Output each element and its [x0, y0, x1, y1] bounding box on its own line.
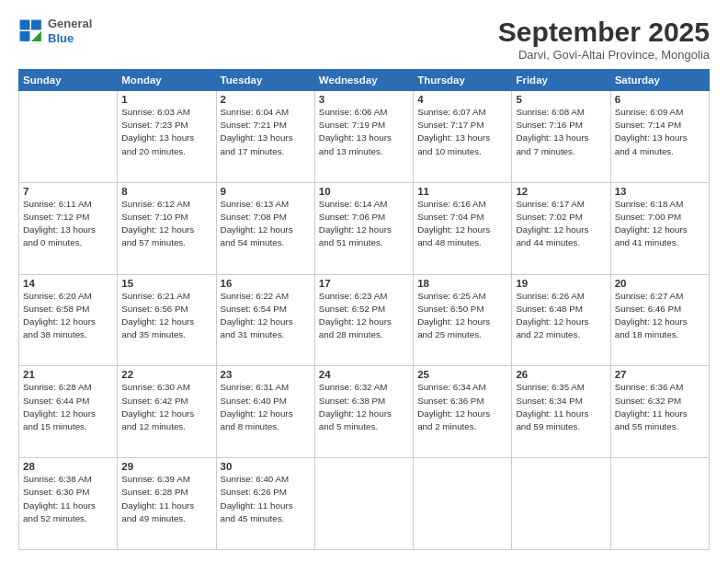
calendar-cell-w3-d1: 14Sunrise: 6:20 AM Sunset: 6:58 PM Dayli…	[19, 274, 118, 366]
calendar-cell-w4-d5: 25Sunrise: 6:34 AM Sunset: 6:36 PM Dayli…	[414, 366, 512, 458]
calendar-cell-w4-d7: 27Sunrise: 6:36 AM Sunset: 6:32 PM Dayli…	[610, 366, 709, 458]
cell-content-w2-d7: Sunrise: 6:18 AM Sunset: 7:00 PM Dayligh…	[615, 198, 705, 250]
logo-general-text: General	[48, 17, 92, 31]
calendar-cell-w3-d5: 18Sunrise: 6:25 AM Sunset: 6:50 PM Dayli…	[414, 274, 512, 366]
cell-content-w1-d6: Sunrise: 6:08 AM Sunset: 7:16 PM Dayligh…	[516, 106, 606, 158]
day-number-w2-d7: 13	[615, 186, 705, 197]
cell-content-w4-d1: Sunrise: 6:28 AM Sunset: 6:44 PM Dayligh…	[23, 381, 113, 433]
day-number-w3-d7: 20	[615, 278, 705, 289]
cell-content-w3-d6: Sunrise: 6:26 AM Sunset: 6:48 PM Dayligh…	[516, 290, 606, 342]
cell-content-w3-d7: Sunrise: 6:27 AM Sunset: 6:46 PM Dayligh…	[615, 290, 705, 342]
cell-content-w5-d2: Sunrise: 6:39 AM Sunset: 6:28 PM Dayligh…	[121, 473, 211, 525]
col-monday: Monday	[118, 70, 216, 91]
calendar-cell-w1-d2: 1Sunrise: 6:03 AM Sunset: 7:23 PM Daylig…	[118, 91, 216, 183]
cell-content-w3-d2: Sunrise: 6:21 AM Sunset: 6:56 PM Dayligh…	[121, 290, 211, 342]
cell-content-w1-d7: Sunrise: 6:09 AM Sunset: 7:14 PM Dayligh…	[615, 106, 705, 158]
cell-content-w3-d3: Sunrise: 6:22 AM Sunset: 6:54 PM Dayligh…	[221, 290, 311, 342]
page: General Blue September 2025 Darvi, Govi-…	[0, 0, 728, 563]
day-number-w5-d1: 28	[23, 461, 113, 472]
calendar-cell-w4-d6: 26Sunrise: 6:35 AM Sunset: 6:34 PM Dayli…	[512, 366, 610, 458]
calendar-cell-w5-d7	[610, 458, 709, 550]
calendar-cell-w1-d1	[19, 91, 118, 183]
calendar-cell-w1-d7: 6Sunrise: 6:09 AM Sunset: 7:14 PM Daylig…	[610, 91, 709, 183]
day-number-w2-d5: 11	[417, 186, 507, 197]
logo-text: General Blue	[48, 17, 92, 45]
calendar-cell-w2-d6: 12Sunrise: 6:17 AM Sunset: 7:02 PM Dayli…	[512, 182, 610, 274]
calendar-cell-w2-d5: 11Sunrise: 6:16 AM Sunset: 7:04 PM Dayli…	[414, 182, 512, 274]
day-number-w2-d1: 7	[23, 186, 113, 197]
day-number-w3-d5: 18	[417, 278, 507, 289]
cell-content-w5-d1: Sunrise: 6:38 AM Sunset: 6:30 PM Dayligh…	[23, 473, 113, 525]
cell-content-w1-d2: Sunrise: 6:03 AM Sunset: 7:23 PM Dayligh…	[121, 106, 211, 158]
cell-content-w3-d4: Sunrise: 6:23 AM Sunset: 6:52 PM Dayligh…	[319, 290, 409, 342]
calendar-cell-w4-d3: 23Sunrise: 6:31 AM Sunset: 6:40 PM Dayli…	[216, 366, 314, 458]
cell-content-w1-d4: Sunrise: 6:06 AM Sunset: 7:19 PM Dayligh…	[319, 106, 409, 158]
week-row-2: 7Sunrise: 6:11 AM Sunset: 7:12 PM Daylig…	[19, 182, 710, 274]
cell-content-w3-d1: Sunrise: 6:20 AM Sunset: 6:58 PM Dayligh…	[23, 290, 113, 342]
day-number-w1-d6: 5	[516, 94, 606, 105]
month-title: September 2025	[498, 17, 710, 48]
calendar-cell-w4-d4: 24Sunrise: 6:32 AM Sunset: 6:38 PM Dayli…	[314, 366, 413, 458]
day-number-w4-d4: 24	[319, 369, 409, 380]
cell-content-w2-d4: Sunrise: 6:14 AM Sunset: 7:06 PM Dayligh…	[319, 198, 409, 250]
cell-content-w1-d3: Sunrise: 6:04 AM Sunset: 7:21 PM Dayligh…	[221, 106, 311, 158]
col-wednesday: Wednesday	[314, 70, 413, 91]
cell-content-w4-d7: Sunrise: 6:36 AM Sunset: 6:32 PM Dayligh…	[615, 381, 705, 433]
location: Darvi, Govi-Altai Province, Mongolia	[498, 48, 710, 62]
calendar-cell-w2-d1: 7Sunrise: 6:11 AM Sunset: 7:12 PM Daylig…	[19, 182, 118, 274]
day-number-w3-d3: 16	[221, 278, 311, 289]
cell-content-w4-d2: Sunrise: 6:30 AM Sunset: 6:42 PM Dayligh…	[121, 381, 211, 433]
calendar-cell-w2-d7: 13Sunrise: 6:18 AM Sunset: 7:00 PM Dayli…	[610, 182, 709, 274]
calendar-cell-w5-d5	[414, 458, 512, 550]
day-number-w1-d5: 4	[417, 94, 507, 105]
cell-content-w3-d5: Sunrise: 6:25 AM Sunset: 6:50 PM Dayligh…	[417, 290, 507, 342]
week-row-4: 21Sunrise: 6:28 AM Sunset: 6:44 PM Dayli…	[19, 366, 710, 458]
day-number-w1-d3: 2	[221, 94, 311, 105]
logo-blue-text: Blue	[48, 31, 92, 46]
calendar-cell-w2-d2: 8Sunrise: 6:12 AM Sunset: 7:10 PM Daylig…	[118, 182, 216, 274]
cell-content-w5-d3: Sunrise: 6:40 AM Sunset: 6:26 PM Dayligh…	[221, 473, 311, 525]
calendar-cell-w5-d1: 28Sunrise: 6:38 AM Sunset: 6:30 PM Dayli…	[19, 458, 118, 550]
calendar-header-row: Sunday Monday Tuesday Wednesday Thursday…	[19, 70, 710, 91]
day-number-w3-d1: 14	[23, 278, 113, 289]
calendar-cell-w5-d6	[512, 458, 610, 550]
day-number-w2-d4: 10	[319, 186, 409, 197]
svg-rect-1	[20, 19, 30, 29]
title-block: September 2025 Darvi, Govi-Altai Provinc…	[498, 17, 710, 62]
day-number-w3-d4: 17	[319, 278, 409, 289]
col-friday: Friday	[512, 70, 610, 91]
calendar-cell-w1-d5: 4Sunrise: 6:07 AM Sunset: 7:17 PM Daylig…	[414, 91, 512, 183]
calendar-cell-w2-d3: 9Sunrise: 6:13 AM Sunset: 7:08 PM Daylig…	[216, 182, 314, 274]
day-number-w4-d6: 26	[516, 369, 606, 380]
week-row-5: 28Sunrise: 6:38 AM Sunset: 6:30 PM Dayli…	[19, 458, 710, 550]
day-number-w4-d7: 27	[615, 369, 705, 380]
calendar-cell-w4-d2: 22Sunrise: 6:30 AM Sunset: 6:42 PM Dayli…	[118, 366, 216, 458]
col-saturday: Saturday	[610, 70, 709, 91]
day-number-w3-d2: 15	[121, 278, 211, 289]
cell-content-w4-d5: Sunrise: 6:34 AM Sunset: 6:36 PM Dayligh…	[417, 381, 507, 433]
calendar-cell-w3-d3: 16Sunrise: 6:22 AM Sunset: 6:54 PM Dayli…	[216, 274, 314, 366]
day-number-w1-d7: 6	[615, 94, 705, 105]
cell-content-w2-d2: Sunrise: 6:12 AM Sunset: 7:10 PM Dayligh…	[121, 198, 211, 250]
calendar-cell-w3-d6: 19Sunrise: 6:26 AM Sunset: 6:48 PM Dayli…	[512, 274, 610, 366]
cell-content-w4-d6: Sunrise: 6:35 AM Sunset: 6:34 PM Dayligh…	[516, 381, 606, 433]
calendar-cell-w3-d7: 20Sunrise: 6:27 AM Sunset: 6:46 PM Dayli…	[610, 274, 709, 366]
day-number-w1-d4: 3	[319, 94, 409, 105]
svg-rect-2	[31, 19, 41, 29]
cell-content-w1-d5: Sunrise: 6:07 AM Sunset: 7:17 PM Dayligh…	[417, 106, 507, 158]
day-number-w2-d2: 8	[121, 186, 211, 197]
day-number-w5-d2: 29	[121, 461, 211, 472]
cell-content-w4-d4: Sunrise: 6:32 AM Sunset: 6:38 PM Dayligh…	[319, 381, 409, 433]
cell-content-w2-d3: Sunrise: 6:13 AM Sunset: 7:08 PM Dayligh…	[221, 198, 311, 250]
day-number-w5-d3: 30	[221, 461, 311, 472]
col-thursday: Thursday	[414, 70, 512, 91]
svg-rect-3	[20, 31, 30, 41]
day-number-w2-d6: 12	[516, 186, 606, 197]
calendar-table: Sunday Monday Tuesday Wednesday Thursday…	[18, 69, 710, 550]
col-tuesday: Tuesday	[216, 70, 314, 91]
week-row-3: 14Sunrise: 6:20 AM Sunset: 6:58 PM Dayli…	[19, 274, 710, 366]
day-number-w4-d5: 25	[417, 369, 507, 380]
cell-content-w4-d3: Sunrise: 6:31 AM Sunset: 6:40 PM Dayligh…	[221, 381, 311, 433]
calendar-cell-w5-d4	[314, 458, 413, 550]
logo: General Blue	[18, 17, 92, 45]
